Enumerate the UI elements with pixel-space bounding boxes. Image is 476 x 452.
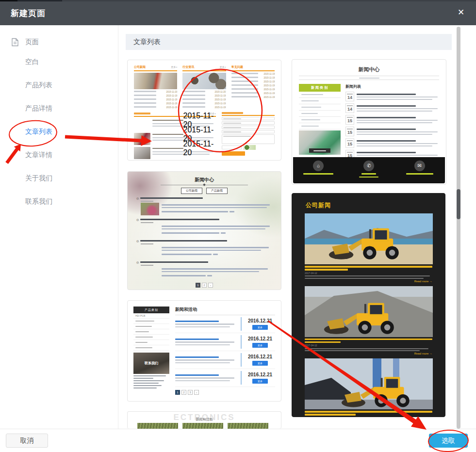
date-placeholder: [141, 243, 153, 244]
text-placeholder: [162, 226, 270, 227]
category-item: HDI PCB: [135, 314, 145, 317]
loader-gravel-photo: [305, 286, 433, 337]
template-thumb-orange-news[interactable]: 公司新闻 更多+ 2015-11-20 2015-11-19: [127, 60, 281, 161]
loader-beach-photo: [305, 213, 433, 264]
news-row: 15: [345, 126, 439, 137]
t2-tab-product: 产品新闻: [206, 188, 228, 194]
template-thumb-flower-news[interactable]: 新闻中心 公司新闻 产品新闻 ◎ ◎: [127, 171, 281, 290]
text-placeholder: [231, 77, 258, 78]
page-box: ›: [208, 283, 213, 288]
address-placeholder: [303, 173, 333, 175]
template-thumb-dark-news[interactable]: 公司新闻: [292, 193, 445, 417]
scrollbar-thumb[interactable]: [457, 189, 460, 219]
news-row: 14: [345, 91, 439, 102]
t2-title: 新闻中心: [136, 177, 272, 183]
template-thumb-ectronics[interactable]: ECTRONICS 新闻和活动: [127, 411, 281, 429]
select-button[interactable]: 选取: [429, 434, 468, 448]
text-placeholder: [134, 95, 156, 96]
article-thumbnail: [134, 147, 150, 159]
more-link-placeholder: [207, 275, 212, 276]
text-placeholder: [357, 155, 438, 156]
sidebar-item[interactable]: 产品详情: [0, 97, 118, 120]
template-thumb-green-news[interactable]: 新闻中心 新闻类别 新闻列表: [292, 59, 446, 185]
news-title-placeholder: [357, 105, 416, 107]
news-thumbnail: [141, 203, 159, 215]
date-placeholder: [141, 222, 153, 223]
text-placeholder: [134, 102, 156, 104]
form-title-placeholder: [222, 112, 243, 114]
text-placeholder: [357, 108, 438, 109]
sidebar-item[interactable]: 联系我们: [0, 190, 118, 213]
sidebar-item[interactable]: 产品列表: [0, 74, 118, 97]
cancel-button[interactable]: 取消: [6, 434, 48, 448]
faq-row: 2015-11-19: [231, 95, 275, 98]
text-placeholder: [162, 268, 268, 270]
text-placeholder: [133, 383, 159, 384]
label-placeholder: [361, 173, 376, 175]
headline-placeholder: [305, 411, 432, 413]
close-icon[interactable]: ✕: [455, 6, 467, 19]
t1-latest-articles: 更多+ 2015-11-20: [134, 112, 216, 159]
text-placeholder: [359, 78, 379, 79]
news-row: 2016.12.21 更多: [175, 315, 275, 333]
text-placeholder: [231, 84, 258, 86]
sidebar-section-label: 页面: [25, 38, 39, 47]
news-item: ◎: [136, 260, 272, 279]
text-placeholder: [357, 97, 438, 97]
news-title-placeholder: [175, 321, 219, 323]
more-link-placeholder: [230, 211, 234, 212]
form-input: [222, 130, 275, 133]
text-placeholder: [305, 275, 430, 276]
news-item: ◎: [136, 218, 272, 237]
photo-button-placeholder: [309, 148, 330, 153]
t1-column-industry-news: 行业资讯 更多+ 2015-11-20 2015-11-19: [182, 65, 226, 109]
text-placeholder: [182, 91, 205, 92]
captcha-image: [243, 145, 256, 150]
t1-message-form: [222, 112, 275, 159]
category-header: 文章列表: [126, 34, 452, 50]
newspaper-photo: [134, 73, 177, 89]
faq-row: 2015-11-19: [231, 80, 275, 83]
faq-row: 2015-11-19: [231, 76, 275, 79]
page-box: ›: [194, 390, 199, 395]
sidebar-item[interactable]: 文章列表: [0, 120, 118, 144]
t1-column-faq: 常见问题 2015-11-19 2015-11-19: [231, 65, 275, 109]
text-placeholder: [231, 96, 258, 97]
more-button: 更多: [252, 379, 268, 384]
contact-photo: 联系我们: [133, 353, 169, 374]
divider: [241, 317, 242, 331]
text-placeholder: [134, 98, 156, 100]
category-item-placeholder: [301, 100, 319, 102]
news-title-placeholder: [357, 129, 416, 130]
article-row: 2015-11-19: [134, 97, 177, 101]
scrollbar-track[interactable]: [457, 27, 460, 429]
sidebar-item[interactable]: 文章详情: [0, 144, 118, 167]
sidebar-item[interactable]: 空白: [0, 50, 118, 74]
read-more-link: Read more →: [305, 352, 432, 355]
dialog-footer: 取消 选取: [0, 429, 476, 452]
sidebar-item[interactable]: 关于我们: [0, 167, 118, 190]
day-number: 14: [346, 106, 354, 113]
divider: [161, 185, 248, 185]
article-item: 2015-11-20: [134, 147, 216, 159]
text-placeholder: [182, 95, 205, 96]
headline-placeholder: [305, 414, 356, 416]
tb-title: 公司新闻: [306, 201, 432, 210]
text-placeholder: [162, 254, 212, 255]
category-item-placeholder: [301, 107, 321, 108]
more-link-placeholder: [213, 254, 218, 255]
page-icon: [11, 38, 19, 47]
more-button: 更多: [252, 325, 268, 330]
text-placeholder: [133, 380, 164, 381]
submit-button-placeholder: [222, 151, 245, 156]
template-thumb-pcb-news[interactable]: 产品类别 HDI PCB 联系我们 新闻和活动: [127, 300, 281, 402]
article-row: 2015-11-19: [182, 101, 226, 105]
faq-row: 2015-11-19: [231, 83, 275, 87]
t1-col1-header: 公司新闻: [134, 65, 146, 69]
faq-row: 2015-11-19: [231, 91, 275, 95]
text-placeholder: [133, 378, 153, 379]
article-row: 2015-11-19: [182, 97, 226, 101]
t1-column-company-news: 公司新闻 更多+ 2015-11-20 2015-11-19: [134, 65, 177, 109]
news-row: 15: [345, 137, 439, 149]
article-thumbnail: [134, 119, 150, 131]
